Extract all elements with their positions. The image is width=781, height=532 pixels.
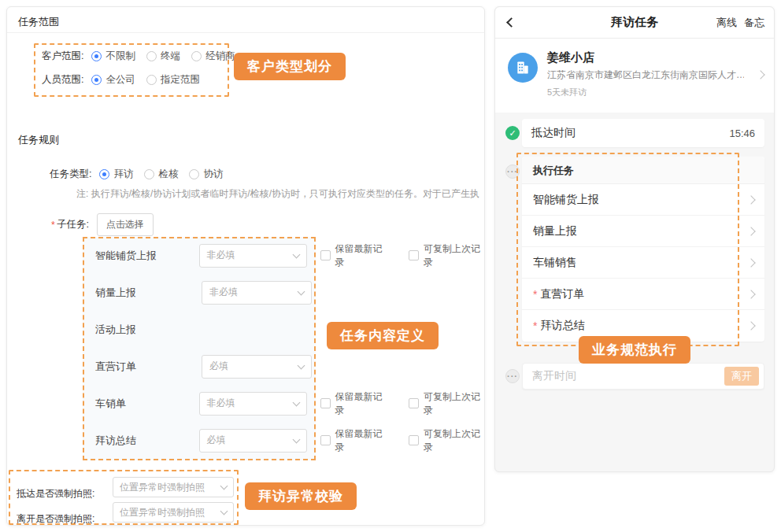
task-type-row: 任务类型: 拜访 检核 协访 [50, 168, 234, 181]
subtask-name: 智能铺货上报 [83, 249, 199, 263]
offline-button[interactable]: 离线 [716, 16, 737, 30]
leave-photo-rule-label: 离开是否强制拍照: [17, 512, 94, 526]
select-subtask-button[interactable]: 点击选择 [97, 213, 154, 236]
copy-last-option[interactable]: 可复制上次记录 [409, 390, 487, 417]
customer-scope-option-dealer[interactable]: 经销商 [191, 50, 235, 63]
radio-selected-icon[interactable] [99, 169, 109, 179]
annotation-badge-customer-type: 客户类型划分 [234, 53, 346, 80]
chevron-down-icon [292, 435, 300, 443]
subtask-name: 拜访总结 [83, 434, 199, 448]
radio-label: 终端 [161, 50, 180, 63]
keep-latest-option[interactable]: 保留最新记录 [320, 242, 390, 269]
radio-label: 协访 [203, 168, 223, 181]
chevron-right-icon [746, 290, 755, 298]
task-item-label: 直营订单 [540, 287, 584, 301]
leave-button[interactable]: 离开 [724, 367, 759, 386]
mobile-page-title: 拜访任务 [611, 15, 658, 30]
checkbox-icon[interactable] [320, 398, 331, 408]
memo-button[interactable]: 备忘 [744, 16, 764, 30]
copy-last-option[interactable]: 可复制上次记录 [409, 427, 487, 454]
requirement-select[interactable]: 必填 [202, 355, 312, 379]
chevron-down-icon [220, 508, 228, 515]
chevron-right-icon[interactable] [756, 70, 764, 79]
chevron-right-icon [746, 321, 755, 330]
record-options: 保留最新记录 可复制上次记录 [320, 427, 487, 454]
keep-latest-option[interactable]: 保留最新记录 [320, 427, 390, 454]
chevron-down-icon [292, 398, 300, 406]
person-scope-option-company[interactable]: 全公司 [91, 73, 135, 87]
requirement-select[interactable]: 非必填 [199, 392, 307, 416]
arrival-photo-rule-label: 抵达是否强制拍照: [17, 487, 94, 501]
select-value: 位置异常时强制拍照 [120, 506, 205, 519]
checkbox-icon[interactable] [409, 398, 419, 408]
arrival-time-value: 15:46 [729, 127, 755, 139]
select-value: 必填 [207, 434, 226, 447]
chevron-right-icon [746, 227, 755, 235]
arrival-check-icon: ✓ [505, 126, 520, 140]
checkbox-icon[interactable] [320, 250, 331, 260]
customer-scope-option-unrestricted[interactable]: 不限制 [91, 50, 135, 63]
person-scope-option-custom[interactable]: 指定范围 [146, 73, 200, 87]
radio-selected-icon[interactable] [91, 75, 102, 85]
radio-label: 指定范围 [161, 73, 200, 87]
leave-photo-rule-row: 离开是否强制拍照: 位置异常时强制拍照 [17, 512, 234, 526]
required-mark: * [51, 220, 55, 231]
task-type-option-assist[interactable]: 协访 [189, 168, 223, 181]
person-scope-row: 人员范围: 全公司 指定范围 [42, 73, 211, 87]
task-item-direct-order[interactable]: * 直营订单 [522, 279, 764, 310]
annotation-badge-business: 业务规范执行 [579, 336, 690, 364]
requirement-select[interactable]: 必填 [199, 429, 307, 453]
radio-icon[interactable] [146, 51, 157, 61]
select-value: 非必填 [207, 249, 235, 262]
select-value: 位置异常时强制拍照 [120, 481, 205, 494]
mobile-header: 拜访任务 离线 备忘 [495, 7, 774, 39]
leave-photo-rule-select[interactable]: 位置异常时强制拍照 [113, 502, 234, 523]
subtask-name: 销量上报 [83, 286, 202, 300]
subtask-row-sales-report: 销量上报 非必填 [83, 274, 487, 311]
checkbox-label: 保留最新记录 [335, 390, 390, 417]
subtask-row-visit-summary: 拜访总结 必填 保留最新记录 可复制上次记录 [83, 422, 487, 459]
task-item-smart-shelf[interactable]: 智能铺货上报 [522, 184, 764, 216]
mobile-visit-panel: 拜访任务 离线 备忘 姜维小店 [494, 6, 775, 472]
chevron-down-icon [298, 287, 305, 295]
execute-task-title: 执行任务 [522, 157, 764, 184]
checkbox-icon[interactable] [409, 250, 419, 260]
chevron-down-icon [220, 482, 228, 490]
select-value: 必填 [209, 360, 228, 373]
task-type-option-visit[interactable]: 拜访 [99, 168, 133, 181]
back-icon[interactable] [506, 17, 516, 28]
section-title-task-rules: 任务规则 [18, 133, 59, 147]
store-name: 姜维小店 [547, 50, 594, 65]
annotation-badge-visit-check: 拜访异常校验 [245, 482, 357, 510]
task-type-note: 注: 执行拜访/检核/协访计划或者临时拜访/检核/协访时，只可执行对应类型的任务… [76, 187, 479, 201]
checkbox-icon[interactable] [409, 435, 419, 445]
chevron-down-icon [292, 250, 300, 258]
radio-label: 不限制 [105, 50, 135, 63]
radio-icon[interactable] [189, 169, 199, 179]
requirement-select[interactable]: 非必填 [202, 281, 312, 305]
record-options: 保留最新记录 可复制上次记录 [320, 390, 487, 417]
customer-scope-option-terminal[interactable]: 终端 [146, 50, 180, 63]
person-scope-label: 人员范围: [42, 73, 83, 87]
radio-icon[interactable] [191, 51, 202, 61]
checkbox-icon[interactable] [320, 435, 331, 445]
subtask-row-header: * 子任务: 点击选择 [51, 213, 154, 236]
task-type-option-inspect[interactable]: 检核 [144, 168, 178, 181]
radio-selected-icon[interactable] [91, 51, 102, 61]
subtask-name: 活动上报 [83, 323, 202, 337]
copy-last-option[interactable]: 可复制上次记录 [409, 242, 487, 269]
arrival-photo-rule-select[interactable]: 位置异常时强制拍照 [113, 477, 234, 497]
task-item-van-sales[interactable]: 车铺销售 [522, 247, 764, 279]
radio-icon[interactable] [144, 169, 154, 179]
store-card[interactable]: 姜维小店 江苏省南京市建邺区白龙江东街南京国际人才… 5天未拜访 [495, 39, 774, 113]
requirement-select[interactable]: 非必填 [199, 244, 307, 268]
leave-time-bar: 离开时间 离开 [522, 363, 764, 390]
keep-latest-option[interactable]: 保留最新记录 [320, 390, 390, 417]
subtask-row-van-sales: 车销单 非必填 保留最新记录 可复制上次记录 [83, 385, 487, 422]
chevron-down-icon [298, 361, 305, 369]
execute-task-card: 执行任务 智能铺货上报 销量上报 车铺销售 * 直营订单 * 拜访总结 [522, 157, 764, 342]
subtask-name: 车销单 [83, 397, 199, 411]
radio-icon[interactable] [146, 75, 157, 85]
task-item-sales-report[interactable]: 销量上报 [522, 216, 764, 247]
required-mark: * [533, 320, 537, 332]
